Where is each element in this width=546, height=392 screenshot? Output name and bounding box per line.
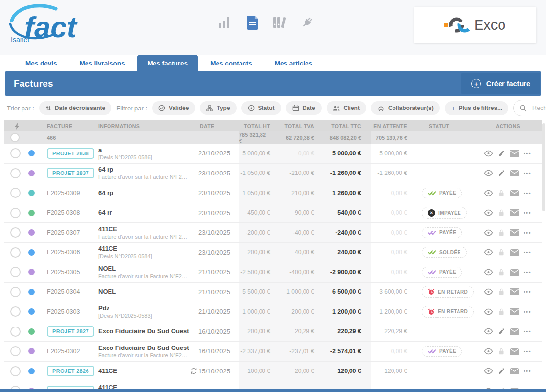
view-icon[interactable] <box>482 167 494 179</box>
mail-icon[interactable] <box>508 187 520 199</box>
edit-icon[interactable] <box>496 326 507 337</box>
col-facture[interactable]: FACTURE <box>47 120 98 131</box>
mail-icon[interactable] <box>508 148 520 159</box>
more-icon[interactable]: ••• <box>522 266 533 278</box>
project-badge[interactable]: PROJET 2827 <box>47 326 94 337</box>
col-date[interactable]: DATE <box>200 120 239 131</box>
invoice-row[interactable]: F2025-0307411CEFacture d'avoir sur la Fa… <box>4 223 542 243</box>
edit-icon[interactable] <box>496 365 507 377</box>
invoice-row[interactable]: F2025-0302Exco Fiduciaire Du Sud OuestFa… <box>4 342 542 362</box>
project-badge[interactable]: PROJET 2838 <box>47 148 94 159</box>
more-icon[interactable]: ••• <box>522 207 533 218</box>
view-icon[interactable] <box>482 207 494 218</box>
col-statut[interactable]: STATUT <box>417 120 474 131</box>
more-icon[interactable]: ••• <box>522 227 533 239</box>
view-icon[interactable] <box>482 148 494 159</box>
row-select-radio[interactable] <box>10 287 21 297</box>
filter-pill-calendar[interactable]: Date <box>286 101 322 115</box>
col-total-ht[interactable]: TOTAL HT <box>239 120 280 131</box>
more-icon[interactable]: ••• <box>522 306 533 318</box>
search-box[interactable]: ... <box>513 100 546 116</box>
row-select-radio[interactable] <box>10 366 21 376</box>
project-badge[interactable]: PROJET 2837 <box>47 168 94 178</box>
search-input[interactable] <box>531 104 546 112</box>
mail-icon[interactable] <box>508 306 520 318</box>
invoice-row[interactable]: PROJET 2827Exco Fiduciaire Du Sud Ouest1… <box>4 322 542 342</box>
sort-pill[interactable]: Date décroissante <box>39 101 111 115</box>
row-select-radio[interactable] <box>10 306 21 317</box>
row-select-radio[interactable] <box>10 168 21 178</box>
row-select-radio[interactable] <box>10 208 21 218</box>
filter-pill-type[interactable]: Type <box>200 101 236 115</box>
invoice-row[interactable]: F2025-0306411CE[Devis N°D2025-0584]23/10… <box>4 243 542 263</box>
invoice-row[interactable]: F2025-0303Pdz[Devis N°D2025-0583]21/10/2… <box>4 302 542 322</box>
filter-pill-plus[interactable]: +Plus de filtres... <box>445 101 508 115</box>
row-select-radio[interactable] <box>10 247 21 258</box>
nav-stats-icon[interactable] <box>216 14 234 31</box>
mail-icon[interactable] <box>508 167 520 179</box>
col-total-ttc[interactable]: TOTAL TTC <box>324 120 371 131</box>
mail-icon[interactable] <box>508 346 520 357</box>
col-informations[interactable]: INFORMATIONS <box>98 120 190 131</box>
mail-icon[interactable] <box>508 246 520 258</box>
nav-invoices-icon[interactable] <box>243 14 261 31</box>
invoice-row[interactable]: F2025-0304NOEL21/10/20255 500,00 €1 000,… <box>4 283 542 303</box>
scrollbar-thumb[interactable] <box>542 123 545 211</box>
tab-mes-factures[interactable]: Mes factures <box>137 55 199 71</box>
row-select-radio[interactable] <box>10 148 21 158</box>
more-icon[interactable]: ••• <box>522 365 533 377</box>
invoice-row[interactable]: F2025-030864 rr23/10/2025450,00 €90,00 €… <box>4 203 542 223</box>
view-icon[interactable] <box>482 286 494 298</box>
col-total-tva[interactable]: TOTAL TVA <box>280 120 324 131</box>
mail-icon[interactable] <box>508 365 520 377</box>
view-icon[interactable] <box>482 227 494 239</box>
view-icon[interactable] <box>482 246 494 258</box>
tab-mes-contacts[interactable]: Mes contacts <box>199 55 263 71</box>
more-icon[interactable]: ••• <box>522 326 533 337</box>
create-invoice-button[interactable]: + Créer facture <box>461 73 540 94</box>
more-icon[interactable]: ••• <box>522 286 533 298</box>
view-icon[interactable] <box>482 306 494 318</box>
mail-icon[interactable] <box>508 207 520 218</box>
mail-icon[interactable] <box>508 326 520 337</box>
view-icon[interactable] <box>482 346 494 357</box>
edit-icon[interactable] <box>496 167 507 179</box>
row-select-radio[interactable] <box>10 267 21 277</box>
col-actions[interactable]: ACTIONS <box>474 120 542 131</box>
filter-pill-check-circle[interactable]: Validée <box>152 101 195 115</box>
view-icon[interactable] <box>482 365 494 377</box>
invoice-row[interactable]: PROJET 283764 rpFacture d'avoir sur la F… <box>4 164 542 184</box>
mail-icon[interactable] <box>508 266 520 278</box>
nav-library-icon[interactable] <box>271 14 288 31</box>
view-icon[interactable] <box>482 187 494 199</box>
invoice-row[interactable]: F2025-030964 rp23/10/20251 050,00 €210,0… <box>4 183 542 203</box>
more-icon[interactable]: ••• <box>522 187 533 199</box>
row-select-radio[interactable] <box>10 188 21 198</box>
tab-mes-livraisons[interactable]: Mes livraisons <box>69 55 136 71</box>
mail-icon[interactable] <box>508 286 520 298</box>
tab-mes-devis[interactable]: Mes devis <box>15 55 68 71</box>
invoice-row[interactable]: F2025-0305NOELFacture d'avoir sur la Fac… <box>4 262 542 283</box>
invoice-row[interactable]: PROJET 2826411CE15/10/2025100,00 €20,00 … <box>4 362 542 382</box>
more-icon[interactable]: ••• <box>522 148 533 159</box>
filter-pill-client[interactable]: Client <box>327 101 366 115</box>
mail-icon[interactable] <box>508 227 520 239</box>
filter-pill-collaborator[interactable]: Collaborateur(s) <box>371 101 440 115</box>
edit-icon[interactable] <box>496 148 507 159</box>
view-icon[interactable] <box>482 266 494 278</box>
more-icon[interactable]: ••• <box>522 346 533 357</box>
view-icon[interactable] <box>482 326 494 337</box>
isanet-fact-logo: fact Isanet <box>5 1 95 50</box>
nav-integrations-icon[interactable] <box>298 14 316 31</box>
select-all-radio[interactable] <box>10 133 20 142</box>
row-select-radio[interactable] <box>10 227 21 238</box>
col-en-attente[interactable]: EN ATTENTE <box>371 120 417 131</box>
project-badge[interactable]: PROJET 2826 <box>47 366 94 376</box>
row-select-radio[interactable] <box>10 327 21 337</box>
row-select-radio[interactable] <box>10 346 21 356</box>
more-icon[interactable]: ••• <box>522 246 533 258</box>
invoice-row[interactable]: PROJET 2838a[Devis N°D2025-0586]23/10/20… <box>4 144 542 164</box>
filter-pill-status[interactable]: Statut <box>241 101 281 115</box>
more-icon[interactable]: ••• <box>522 167 533 179</box>
tab-mes-articles[interactable]: Mes articles <box>264 55 323 71</box>
